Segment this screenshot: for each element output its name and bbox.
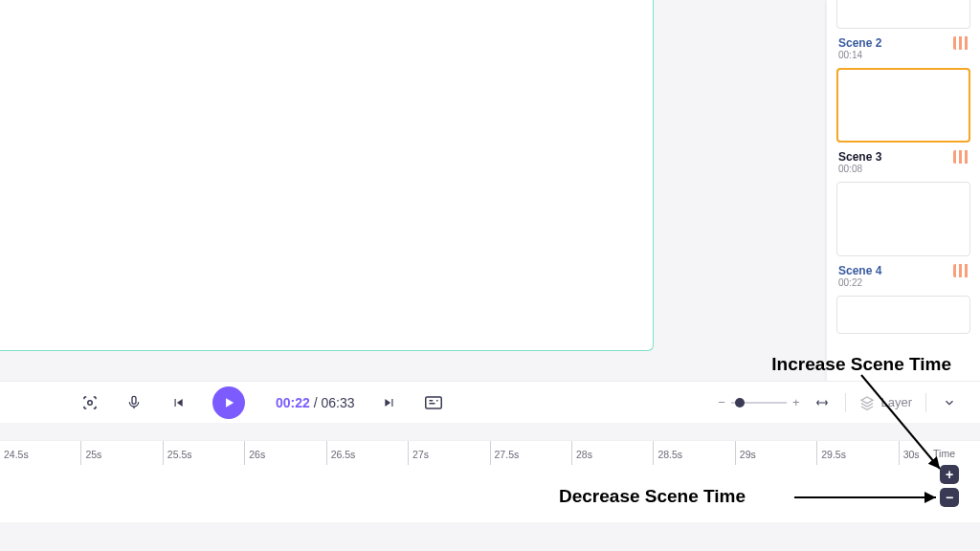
captions-icon[interactable]: [424, 393, 443, 412]
scene-thumb[interactable]: [836, 296, 970, 334]
scene-title: Scene 3: [838, 150, 881, 164]
transition-icon[interactable]: [953, 36, 970, 50]
svg-rect-1: [132, 396, 136, 404]
svg-point-0: [88, 400, 93, 405]
timeline-tick: 26s: [244, 441, 325, 465]
scene-label-row: Scene 2: [827, 34, 980, 50]
decrease-scene-time-button[interactable]: −: [940, 488, 959, 507]
divider: [925, 393, 926, 412]
scene-title: Scene 4: [838, 264, 881, 277]
scene-time-controls: + −: [940, 465, 959, 507]
total-time: 06:33: [321, 395, 354, 410]
timeline-body[interactable]: [0, 465, 980, 522]
annotation-increase: Increase Scene Time: [771, 354, 951, 375]
scene-time: 00:14: [827, 50, 980, 64]
skip-back-icon[interactable]: [168, 393, 188, 412]
timeline-tick: 24.5s: [0, 441, 80, 465]
current-time: 00:22: [276, 395, 310, 410]
timeline-tick: 28s: [571, 441, 653, 465]
timeline-tick: 26.5s: [326, 441, 408, 465]
transition-icon[interactable]: [953, 150, 970, 164]
timeline-ruler[interactable]: 24.5s 25s 25.5s 26s 26.5s 27s 27.5s 28s …: [0, 440, 980, 465]
timeline-tick: 29s: [735, 441, 816, 465]
scene-time: 00:22: [827, 277, 980, 292]
scene-selected-wrap: [827, 68, 980, 143]
layer-label: Layer: [880, 395, 912, 409]
scene-label-row: Scene 3: [827, 148, 980, 164]
zoom-slider[interactable]: − +: [718, 395, 799, 409]
scene-label-row: Scene 4: [827, 262, 980, 277]
scene-thumb-selected[interactable]: [836, 68, 970, 143]
time-display: 00:22 / 06:33: [276, 395, 355, 410]
timeline-tick: 25.5s: [163, 441, 244, 465]
transition-icon[interactable]: [953, 264, 970, 277]
playback-bar: 00:22 / 06:33 − + Layer: [0, 381, 980, 423]
timeline-tick: 28.5s: [653, 441, 734, 465]
timeline-tick: 25s: [80, 441, 162, 465]
scene-thumb[interactable]: [836, 182, 970, 256]
increase-scene-time-button[interactable]: +: [940, 465, 959, 484]
target-icon[interactable]: [80, 393, 100, 412]
mic-icon[interactable]: [124, 393, 144, 412]
scene-panel: Scene 2 00:14 Scene 3 00:08 Scene 4 00:2…: [827, 0, 980, 383]
layer-button[interactable]: Layer: [859, 395, 912, 410]
timeline-tick: 27s: [408, 441, 489, 465]
skip-forward-icon[interactable]: [380, 393, 399, 412]
scene-thumb[interactable]: [836, 0, 970, 29]
timeline-tick: 29.5s: [816, 441, 898, 465]
annotation-decrease: Decrease Scene Time: [559, 486, 746, 507]
divider: [845, 393, 846, 412]
zoom-knob[interactable]: [735, 398, 745, 408]
zoom-plus-icon[interactable]: +: [792, 395, 800, 409]
timeline-end-label: Time: [933, 448, 955, 459]
zoom-minus-icon[interactable]: −: [718, 395, 725, 409]
fit-width-icon[interactable]: [813, 393, 832, 412]
play-button[interactable]: [212, 386, 245, 419]
canvas-area[interactable]: [0, 0, 654, 351]
scene-title: Scene 2: [838, 36, 881, 50]
timeline-tick: 27.5s: [490, 441, 571, 465]
scene-time: 00:08: [827, 164, 980, 178]
zoom-track[interactable]: [731, 402, 787, 404]
chevron-down-icon[interactable]: [940, 393, 959, 412]
